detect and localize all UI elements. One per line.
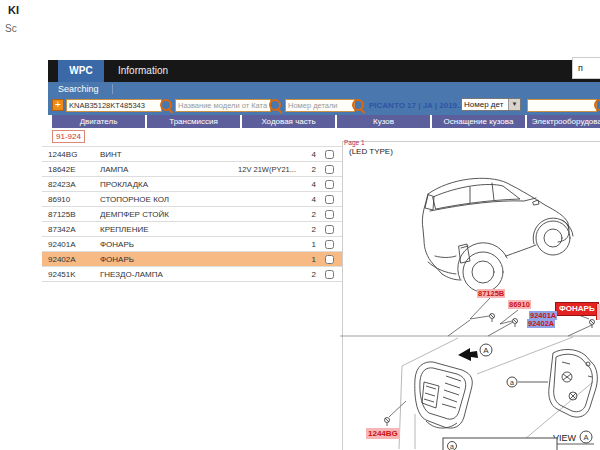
category-tab-5[interactable]: Электрооборудование [527, 115, 600, 128]
part-select-checkbox[interactable] [325, 150, 334, 159]
table-row[interactable]: 87342A КРЕПЛЕНИЕ 2 [42, 222, 342, 237]
part-select-checkbox[interactable] [325, 255, 334, 264]
background-text-ki: KI [8, 4, 19, 16]
parts-table-body: 1244BG ВИНТ 4 18642E ЛАМПА 12V 21W(PY21.… [42, 146, 342, 282]
search-type-selected-value: Номер дет [464, 100, 503, 109]
parts-diagram: A a VIEW A [340, 150, 600, 450]
category-tab-1[interactable]: Трансмиссия [147, 115, 240, 128]
part-code: 87125B [42, 210, 100, 219]
screw-icons [385, 314, 595, 427]
tab-wpc[interactable]: WPC [58, 60, 104, 82]
part-number-input[interactable] [285, 99, 355, 112]
screen: KI Sc WPC Information п Searching + PICA… [0, 0, 600, 450]
chevron-down-icon: ▼ [508, 99, 520, 110]
part-qty: 4 [296, 150, 316, 159]
part-name: ГНЕЗДО-ЛАМПА [100, 270, 218, 279]
table-row[interactable]: 86910 СТОПОРНОЕ КОЛ 4 [42, 192, 342, 207]
part-code: 92401A [42, 240, 100, 249]
part-name-tooltip: ФОНАРЬ [555, 302, 599, 316]
part-qty: 2 [296, 270, 316, 279]
part-select-checkbox[interactable] [325, 225, 334, 234]
part-name: ФОНАРЬ [100, 255, 218, 264]
add-vin-button[interactable]: + [52, 99, 64, 111]
part-name: ВИНТ [100, 150, 218, 159]
category-tab-3[interactable]: Кузов [337, 115, 430, 128]
direction-arrow: A [458, 344, 492, 361]
part-qty: 2 [296, 165, 316, 174]
table-row[interactable]: 82423A ПРОКЛАДКА 4 [42, 177, 342, 192]
part-qty: 4 [296, 195, 316, 204]
category-tab-4[interactable]: Оснащение кузова [432, 115, 525, 128]
detail-marker-letter: a [510, 379, 514, 386]
part-code: 1244BG [42, 150, 100, 159]
model-search-input[interactable] [175, 99, 271, 112]
table-row[interactable]: 92451K ГНЕЗДО-ЛАМПА 2 [42, 267, 342, 282]
part-code: 18642E [42, 165, 100, 174]
part-qty: 1 [296, 255, 316, 264]
background-text-sc: Sc [5, 23, 17, 34]
part-select-checkbox[interactable] [325, 270, 334, 279]
legend-box: a [443, 438, 557, 450]
part-select-checkbox[interactable] [325, 165, 334, 174]
arrow-letter: A [483, 346, 489, 355]
model-search-icon[interactable] [269, 99, 281, 111]
part-qty: 2 [296, 210, 316, 219]
table-row[interactable]: 92401A ФОНАРЬ 1 [42, 237, 342, 252]
part-search-icon[interactable] [352, 99, 364, 111]
tail-lamp-rear-view [549, 349, 598, 417]
part-code: 87342A [42, 225, 100, 234]
part-select-checkbox[interactable] [325, 240, 334, 249]
part-qty: 2 [296, 225, 316, 234]
part-qty: 1 [296, 240, 316, 249]
part-code: 82423A [42, 180, 100, 189]
callout-92402a[interactable]: 92402A [527, 319, 555, 328]
table-row[interactable]: 1244BG ВИНТ 4 [42, 147, 342, 162]
partial-top-right-button[interactable]: п [572, 57, 600, 79]
category-tab-0[interactable]: Двигатель [52, 115, 145, 128]
legend-marker-letter: a [450, 443, 454, 450]
part-name: СТОПОРНОЕ КОЛ [100, 195, 218, 204]
tab-searching[interactable]: Searching [58, 84, 99, 94]
vin-search-icon[interactable] [160, 99, 172, 111]
detail-marker: a [507, 377, 548, 387]
table-row[interactable]: 18642E ЛАМПА 12V 21W(PY21... 2 [42, 162, 342, 177]
table-row[interactable]: 92402A ФОНАРЬ 1 [42, 252, 342, 267]
subheader-bar [48, 82, 600, 96]
part-name: ДЕМПФЕР СТОЙК [100, 210, 218, 219]
view-letter: A [583, 433, 588, 442]
part-select-checkbox[interactable] [325, 195, 334, 204]
car-drawing [422, 178, 573, 292]
part-name: КРЕПЛЕНИЕ [100, 225, 218, 234]
part-qty: 4 [296, 180, 316, 189]
part-name: ПРОКЛАДКА [100, 180, 218, 189]
secondary-search-icon[interactable] [594, 99, 600, 111]
part-spec: 12V 21W(PY21... [218, 165, 296, 174]
subheader-separator [112, 84, 113, 94]
part-name: ФОНАРЬ [100, 240, 218, 249]
secondary-part-input[interactable] [527, 99, 597, 112]
view-label: VIEW A [551, 431, 594, 444]
clipped-callout [596, 304, 600, 320]
part-name: ЛАМПА [100, 165, 218, 174]
table-row[interactable]: 87125B ДЕМПФЕР СТОЙК 2 [42, 207, 342, 222]
section-code-chip[interactable]: 91-924 [52, 130, 85, 143]
part-select-checkbox[interactable] [325, 180, 334, 189]
vin-input[interactable] [66, 99, 162, 112]
diagram-page-label: Page 1 [344, 139, 365, 146]
part-select-checkbox[interactable] [325, 210, 334, 219]
current-vehicle-label: PICANTO 17 | JA | 2019... [369, 101, 464, 110]
part-code: 92402A [42, 255, 100, 264]
callout-86910[interactable]: 86910 [508, 300, 531, 309]
part-code: 86910 [42, 195, 100, 204]
category-tabs: ДвигательТрансмиссияХодовая частьКузовОс… [52, 115, 600, 128]
callout-1244bg[interactable]: 1244BG [366, 428, 400, 439]
search-type-select[interactable]: Номер дет ▼ [461, 98, 521, 111]
category-tab-2[interactable]: Ходовая часть [242, 115, 335, 128]
tab-information[interactable]: Information [110, 60, 176, 82]
diagram-top-divider [342, 141, 600, 142]
callout-87125b[interactable]: 87125B [477, 289, 505, 298]
tail-lamp-exploded [415, 362, 473, 428]
part-code: 92451K [42, 270, 100, 279]
